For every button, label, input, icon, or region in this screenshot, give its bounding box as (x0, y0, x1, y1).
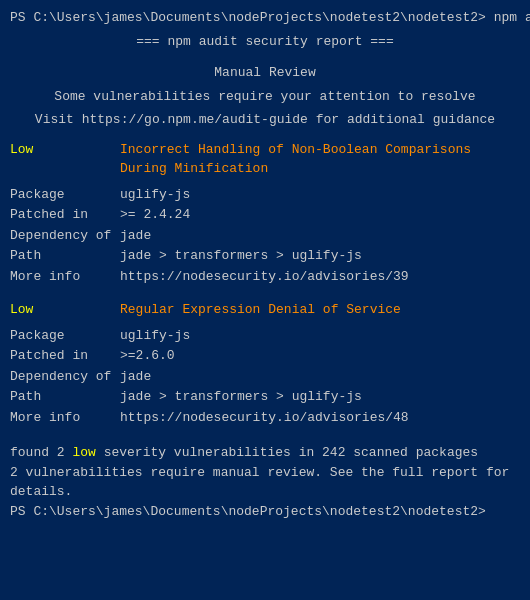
prompt-line-1: PS C:\Users\james\Documents\nodeProjects… (10, 8, 520, 28)
vuln1-package-label: Package (10, 185, 120, 205)
vuln2-dependency-value: jade (120, 367, 520, 387)
vuln-block-2: Low Regular Expression Denial of Service… (10, 300, 520, 427)
vuln1-title: Incorrect Handling of Non-Boolean Compar… (120, 140, 520, 179)
vuln1-severity-label: Low (10, 140, 120, 179)
vuln2-path-row: Path jade > transformers > uglify-js (10, 387, 520, 407)
vuln1-moreinfo-label: More info (10, 267, 120, 287)
vuln1-dependency-value: jade (120, 226, 520, 246)
vuln1-package-row: Package uglify-js (10, 185, 520, 205)
vuln1-patched-value: >= 2.4.24 (120, 205, 520, 225)
vuln1-severity-row: Low Incorrect Handling of Non-Boolean Co… (10, 140, 520, 179)
vuln2-patched-value: >=2.6.0 (120, 346, 520, 366)
summary-block: found 2 low severity vulnerabilities in … (10, 443, 520, 502)
vuln2-package-label: Package (10, 326, 120, 346)
vuln2-severity-label: Low (10, 300, 120, 320)
vuln1-moreinfo-row: More info https://nodesecurity.io/adviso… (10, 267, 520, 287)
vuln1-patched-label: Patched in (10, 205, 120, 225)
visit-line: Visit https://go.npm.me/audit-guide for … (10, 110, 520, 130)
prompt-line-2: PS C:\Users\james\Documents\nodeProjects… (10, 502, 520, 522)
vuln2-package-row: Package uglify-js (10, 326, 520, 346)
vuln2-dependency-label: Dependency of (10, 367, 120, 387)
vuln2-patched-label: Patched in (10, 346, 120, 366)
vuln2-severity-row: Low Regular Expression Denial of Service (10, 300, 520, 320)
audit-header: === npm audit security report === (10, 32, 520, 52)
vuln1-patched-row: Patched in >= 2.4.24 (10, 205, 520, 225)
vuln1-path-row: Path jade > transformers > uglify-js (10, 246, 520, 266)
low-highlight: low (72, 445, 95, 460)
vuln1-path-label: Path (10, 246, 120, 266)
summary-line1: found 2 low severity vulnerabilities in … (10, 443, 520, 463)
vuln2-moreinfo-row: More info https://nodesecurity.io/adviso… (10, 408, 520, 428)
vuln2-dependency-row: Dependency of jade (10, 367, 520, 387)
vuln1-path-value: jade > transformers > uglify-js (120, 246, 520, 266)
vuln1-moreinfo-value: https://nodesecurity.io/advisories/39 (120, 267, 520, 287)
vuln2-package-value: uglify-js (120, 326, 520, 346)
vuln2-title: Regular Expression Denial of Service (120, 300, 520, 320)
vuln1-package-value: uglify-js (120, 185, 520, 205)
vuln1-dependency-row: Dependency of jade (10, 226, 520, 246)
vuln2-path-value: jade > transformers > uglify-js (120, 387, 520, 407)
manual-review-title: Manual Review (10, 63, 520, 83)
vuln2-moreinfo-label: More info (10, 408, 120, 428)
vuln2-path-label: Path (10, 387, 120, 407)
summary-line2: 2 vulnerabilities require manual review.… (10, 463, 520, 502)
vuln1-dependency-label: Dependency of (10, 226, 120, 246)
vuln-block-1: Low Incorrect Handling of Non-Boolean Co… (10, 140, 520, 287)
vuln2-patched-row: Patched in >=2.6.0 (10, 346, 520, 366)
vuln2-moreinfo-value: https://nodesecurity.io/advisories/48 (120, 408, 520, 428)
manual-review-sub: Some vulnerabilities require your attent… (10, 87, 520, 107)
